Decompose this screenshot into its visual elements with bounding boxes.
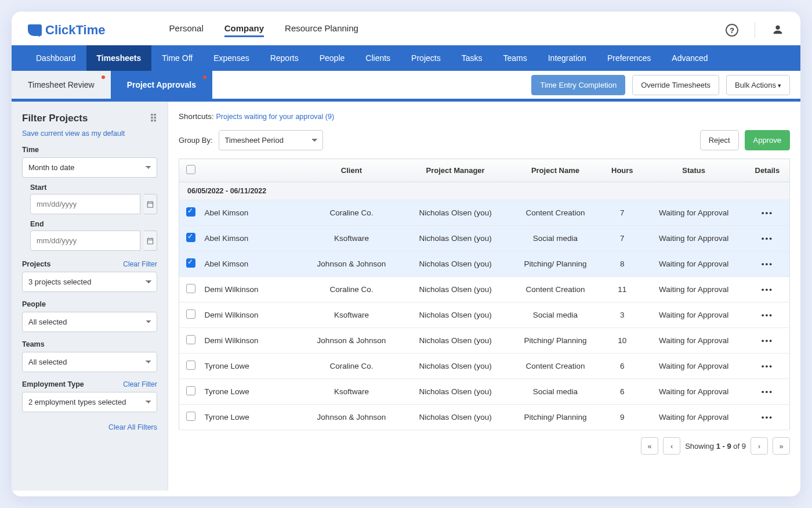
page-next-button[interactable]: › xyxy=(751,437,768,455)
row-details-icon[interactable]: ••• xyxy=(762,260,773,268)
end-date-input[interactable] xyxy=(30,230,140,251)
brand-logo[interactable]: ClickTime xyxy=(28,23,106,38)
shortcut-awaiting-approval-link[interactable]: Projects waiting for your approval (9) xyxy=(216,113,335,121)
projects-select[interactable]: 3 projects selected xyxy=(22,272,157,292)
table-row[interactable]: Tyrone LoweKsoftwareNicholas Olsen (you)… xyxy=(179,379,790,405)
help-icon[interactable]: ? xyxy=(726,24,738,37)
row-details-icon[interactable]: ••• xyxy=(762,311,773,319)
cell-project: Pitching/ Planning xyxy=(509,328,602,354)
row-details-icon[interactable]: ••• xyxy=(762,336,773,345)
row-details-icon[interactable]: ••• xyxy=(762,362,773,370)
table-row[interactable]: Abel KimsonCoraline Co.Nicholas Olsen (y… xyxy=(179,200,790,226)
people-select[interactable]: All selected xyxy=(22,312,157,332)
table-row[interactable]: Tyrone LoweCoraline Co.Nicholas Olsen (y… xyxy=(179,354,790,379)
select-all-checkbox[interactable] xyxy=(186,165,195,174)
clear-projects-filter-link[interactable]: Clear Filter xyxy=(123,260,157,268)
end-label: End xyxy=(30,220,157,228)
employment-type-select[interactable]: 2 employment types selected xyxy=(22,392,157,412)
group-header: 06/05/2022 - 06/11/2022 xyxy=(179,182,790,200)
col-status: Status xyxy=(643,159,745,182)
cell-pm: Nicholas Olsen (you) xyxy=(402,226,509,251)
cell-project: Pitching/ Planning xyxy=(509,251,602,277)
cell-project: Social media xyxy=(509,302,602,328)
row-checkbox[interactable] xyxy=(186,284,195,293)
tab-project-approvals[interactable]: Project Approvals xyxy=(111,71,212,99)
row-details-icon[interactable]: ••• xyxy=(762,387,773,396)
nav-tasks[interactable]: Tasks xyxy=(451,45,493,71)
approve-button[interactable]: Approve xyxy=(745,130,790,150)
calendar-icon[interactable] xyxy=(144,230,157,251)
divider xyxy=(755,22,755,38)
table-row[interactable]: Demi WilkinsonKsoftwareNicholas Olsen (y… xyxy=(179,302,790,328)
time-label: Time xyxy=(22,146,39,154)
row-details-icon[interactable]: ••• xyxy=(762,285,773,294)
nav-integration[interactable]: Integration xyxy=(538,45,597,71)
row-details-icon[interactable]: ••• xyxy=(762,413,773,421)
nav-preferences[interactable]: Preferences xyxy=(597,45,661,71)
table-row[interactable]: Demi WilkinsonCoraline Co.Nicholas Olsen… xyxy=(179,277,790,302)
top-nav-resource-planning[interactable]: Resource Planning xyxy=(285,23,358,37)
time-range-select[interactable]: Month to date xyxy=(22,157,157,178)
row-checkbox[interactable] xyxy=(186,207,195,217)
nav-time-off[interactable]: Time Off xyxy=(151,45,203,71)
cell-status: Waiting for Approval xyxy=(643,200,745,226)
start-date-input[interactable] xyxy=(30,194,140,214)
cell-project: Social media xyxy=(509,379,602,405)
row-checkbox[interactable] xyxy=(186,412,195,421)
nav-teams[interactable]: Teams xyxy=(492,45,537,71)
col-details: Details xyxy=(745,159,790,182)
row-checkbox[interactable] xyxy=(186,233,195,242)
user-menu-icon[interactable] xyxy=(771,23,784,38)
cell-hours: 9 xyxy=(602,405,643,430)
cell-hours: 6 xyxy=(602,354,643,379)
calendar-icon[interactable] xyxy=(144,194,157,214)
table-row[interactable]: Abel KimsonKsoftwareNicholas Olsen (you)… xyxy=(179,226,790,251)
nav-reports[interactable]: Reports xyxy=(260,45,309,71)
time-entry-completion-button[interactable]: Time Entry Completion xyxy=(531,75,625,95)
row-checkbox[interactable] xyxy=(186,309,195,319)
sidebar-title: Filter Projects xyxy=(22,113,88,124)
override-timesheets-button[interactable]: Override Timesheets xyxy=(632,75,719,95)
table-row[interactable]: Abel KimsonJohnson & JohnsonNicholas Ols… xyxy=(179,251,790,277)
page-prev-button[interactable]: ‹ xyxy=(663,437,680,455)
nav-dashboard[interactable]: Dashboard xyxy=(26,45,86,71)
row-details-icon[interactable]: ••• xyxy=(762,208,773,217)
teams-select[interactable]: All selected xyxy=(22,352,157,372)
nav-projects[interactable]: Projects xyxy=(401,45,451,71)
page-first-button[interactable]: « xyxy=(641,437,658,455)
bulk-actions-button[interactable]: Bulk Actions xyxy=(726,75,790,95)
row-checkbox[interactable] xyxy=(186,361,195,370)
table-row[interactable]: Demi WilkinsonJohnson & JohnsonNicholas … xyxy=(179,328,790,354)
clear-all-filters-link[interactable]: Clear All Filters xyxy=(108,423,157,431)
nav-expenses[interactable]: Expenses xyxy=(203,45,259,71)
cell-client: Coraline Co. xyxy=(301,354,403,379)
top-nav-company[interactable]: Company xyxy=(224,23,264,37)
nav-clients[interactable]: Clients xyxy=(355,45,401,71)
collapse-filters-icon[interactable]: ⠿ xyxy=(150,112,157,125)
cell-status: Waiting for Approval xyxy=(643,379,745,405)
nav-advanced[interactable]: Advanced xyxy=(661,45,718,71)
col-hours: Hours xyxy=(602,159,643,182)
reject-button[interactable]: Reject xyxy=(700,130,739,150)
group-by-select[interactable]: Timesheet Period xyxy=(219,130,323,150)
nav-timesheets[interactable]: Timesheets xyxy=(86,45,152,71)
tab-timesheet-review[interactable]: Timesheet Review xyxy=(12,71,111,99)
clear-employment-filter-link[interactable]: Clear Filter xyxy=(123,380,157,388)
table-row[interactable]: Tyrone LoweJohnson & JohnsonNicholas Ols… xyxy=(179,405,790,430)
projects-label: Projects xyxy=(22,260,50,268)
row-checkbox[interactable] xyxy=(186,386,195,395)
row-details-icon[interactable]: ••• xyxy=(762,234,773,243)
cell-hours: 10 xyxy=(602,328,643,354)
pagination: « ‹ Showing 1 - 9 of 9 › » xyxy=(179,437,790,455)
logo-mark-icon xyxy=(28,24,42,36)
top-nav-personal[interactable]: Personal xyxy=(169,23,204,37)
save-default-view-link[interactable]: Save current view as my default xyxy=(22,129,157,138)
cell-status: Waiting for Approval xyxy=(643,354,745,379)
row-checkbox[interactable] xyxy=(186,258,195,268)
cell-pm: Nicholas Olsen (you) xyxy=(402,405,509,430)
page-last-button[interactable]: » xyxy=(773,437,790,455)
row-checkbox[interactable] xyxy=(186,335,195,344)
nav-people[interactable]: People xyxy=(309,45,356,71)
approvals-table: Client Project Manager Project Name Hour… xyxy=(179,158,790,430)
cell-status: Waiting for Approval xyxy=(643,405,745,430)
